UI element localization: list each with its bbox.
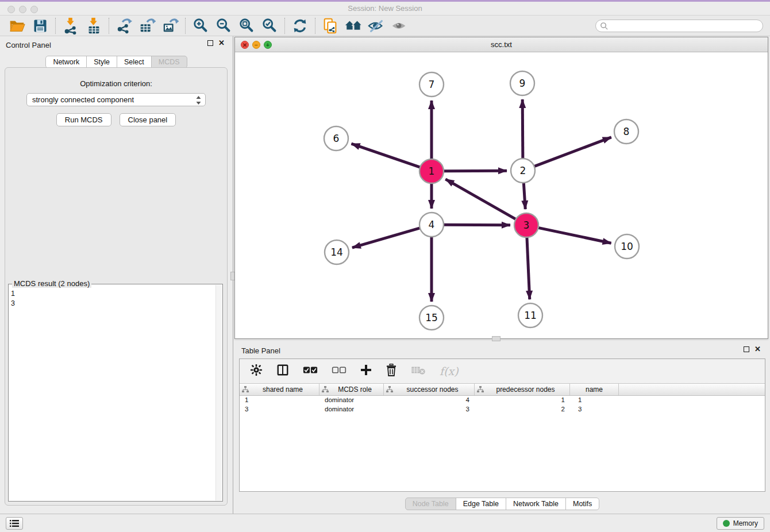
graph-edge-3-1[interactable]	[445, 179, 515, 219]
close-table-panel-icon[interactable]: ✕	[754, 346, 761, 352]
toolbar-separator	[55, 18, 56, 34]
list-icon	[10, 519, 19, 527]
table-row[interactable]: 3dominator323	[240, 405, 765, 414]
graph-node-label: 11	[524, 310, 537, 321]
add-row-icon[interactable]	[360, 364, 372, 378]
zoom-selected-icon[interactable]	[258, 17, 281, 35]
tab-node-table[interactable]: Node Table	[405, 498, 456, 510]
import-network-icon[interactable]	[59, 17, 82, 35]
control-panel-header: Control Panel ✕	[0, 36, 233, 52]
horizontal-splitter-grip[interactable]	[492, 336, 500, 341]
optimization-criterion-label: Optimization criterion:	[5, 79, 227, 88]
column-mcds-role[interactable]: MCDS role	[319, 384, 384, 395]
graph-node-label: 1	[429, 165, 435, 177]
criterion-dropdown[interactable]: strongly connected component	[26, 93, 206, 106]
table-row[interactable]: 1dominator411	[240, 396, 765, 405]
float-panel-icon[interactable]	[207, 40, 213, 46]
graph-edge-1-2[interactable]	[444, 171, 507, 171]
column-successor-nodes[interactable]: successor nodes	[384, 384, 475, 395]
show-column-panel-icon[interactable]	[276, 364, 289, 379]
tab-network[interactable]: Network	[45, 56, 87, 68]
memory-button[interactable]: Memory	[717, 517, 764, 530]
table-cell[interactable]: 3	[240, 405, 319, 414]
tab-select[interactable]: Select	[117, 56, 152, 68]
table-cell[interactable]: dominator	[319, 405, 384, 414]
graph-node-label: 9	[519, 78, 526, 89]
run-mcds-button[interactable]: Run MCDS	[56, 113, 111, 126]
table-cell[interactable]: 1	[570, 396, 619, 405]
graph-edge-3-11[interactable]	[527, 237, 530, 299]
app-titlebar: Session: New Session	[0, 2, 770, 16]
close-panel-icon[interactable]: ✕	[218, 40, 225, 46]
table-cell[interactable]: dominator	[319, 396, 384, 405]
graph-node-label: 6	[333, 133, 340, 144]
float-table-panel-icon[interactable]	[744, 346, 749, 352]
mcds-result-list: 1 3	[11, 289, 214, 500]
delete-row-trash-icon[interactable]	[386, 364, 397, 379]
column-name[interactable]: name	[570, 384, 619, 395]
table-panel-header: Table Panel ✕	[234, 344, 770, 358]
open-session-icon[interactable]	[6, 17, 29, 35]
first-neighbors-icon[interactable]	[342, 17, 365, 35]
tab-mcds[interactable]: MCDS	[151, 56, 187, 68]
tab-style[interactable]: Style	[86, 56, 117, 68]
apply-layout-icon[interactable]	[288, 17, 311, 35]
tab-edge-table[interactable]: Edge Table	[456, 498, 506, 510]
task-history-button[interactable]	[6, 517, 23, 530]
criterion-dropdown-value: strongly connected component	[32, 95, 134, 104]
table-settings-gear-icon[interactable]	[250, 364, 263, 379]
result-scrollbar[interactable]	[215, 285, 222, 500]
network-canvas[interactable]: 7968124314101511	[235, 52, 768, 338]
graph-node-label: 7	[429, 79, 435, 90]
table-cell[interactable]: 3	[570, 405, 619, 414]
toolbar-separator	[284, 18, 285, 34]
graph-edge-2-8[interactable]	[534, 137, 611, 167]
hide-selected-icon[interactable]	[365, 17, 388, 35]
network-graph[interactable]: 7968124314101511	[235, 52, 768, 338]
column-predecessor-nodes[interactable]: predecessor nodes	[475, 384, 570, 395]
graph-edge-2-9[interactable]	[522, 99, 523, 159]
export-network-icon[interactable]	[113, 17, 136, 35]
graph-edge-3-10[interactable]	[538, 228, 611, 243]
select-all-icon[interactable]	[303, 366, 318, 376]
zoom-fit-icon[interactable]	[235, 17, 258, 35]
show-all-icon[interactable]	[388, 17, 411, 35]
control-panel-tabs: Network Style Select MCDS	[0, 56, 233, 68]
zoom-out-icon[interactable]	[212, 17, 235, 35]
export-image-icon[interactable]	[159, 17, 182, 35]
import-table-icon[interactable]	[82, 17, 105, 35]
graph-edge-4-3[interactable]	[444, 225, 510, 225]
mcds-tab-content: Optimization criterion: strongly connect…	[5, 67, 228, 506]
graph-edge-1-6[interactable]	[351, 144, 420, 167]
save-session-icon[interactable]	[29, 17, 52, 35]
copy-network-icon[interactable]	[319, 17, 342, 35]
graph-node-label: 3	[523, 219, 530, 231]
export-table-icon[interactable]	[136, 17, 159, 35]
graph-node-label: 8	[623, 126, 630, 137]
mcds-result-title: MCDS result (2 nodes)	[12, 279, 91, 288]
zoom-in-icon[interactable]	[189, 17, 212, 35]
table-cell[interactable]: 1	[240, 396, 319, 405]
table-panel-title: Table Panel	[241, 346, 280, 355]
graph-node-label: 4	[429, 219, 435, 230]
table-panel-tabs: Node Table Edge Table Network Table Moti…	[234, 498, 770, 510]
memory-label: Memory	[733, 519, 758, 527]
toolbar-separator	[315, 18, 315, 34]
table-cell[interactable]: 3	[384, 405, 475, 414]
graph-edge-2-3[interactable]	[523, 183, 525, 209]
tab-network-table[interactable]: Network Table	[506, 498, 566, 510]
dropdown-stepper-icon	[195, 95, 202, 109]
close-panel-button[interactable]: Close panel	[120, 113, 176, 126]
deselect-all-icon[interactable]	[332, 366, 346, 376]
table-cell[interactable]: 4	[384, 396, 475, 405]
toolbar-separator	[109, 18, 109, 34]
table-cell[interactable]: 1	[475, 396, 570, 405]
graph-edge-4-14[interactable]	[352, 228, 420, 248]
column-shared-name[interactable]: shared name	[240, 384, 319, 395]
tab-motifs[interactable]: Motifs	[565, 498, 599, 510]
search-input[interactable]	[595, 20, 763, 32]
network-window-titlebar[interactable]: ✕ − + scc.txt	[235, 37, 768, 52]
search-container	[595, 20, 763, 32]
application-window: Session: New Session	[0, 0, 770, 532]
table-cell[interactable]: 2	[475, 405, 570, 414]
